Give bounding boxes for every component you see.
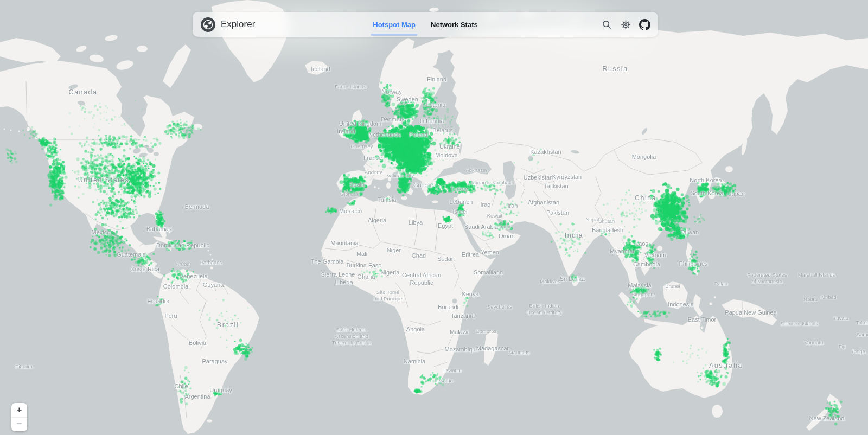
search-icon[interactable] bbox=[601, 18, 612, 30]
brand-name: Explorer bbox=[221, 19, 255, 30]
hotspot-dots-layer bbox=[0, 0, 868, 435]
nav-icon-group bbox=[601, 18, 658, 30]
tab-network-stats[interactable]: Network Stats bbox=[431, 12, 478, 37]
tab-hotspot-map[interactable]: Hotspot Map bbox=[373, 12, 416, 37]
helium-logo-icon bbox=[201, 17, 215, 32]
hotspot-map[interactable]: CanadaUnited StatesMexicoGuatemalaCosta … bbox=[0, 0, 868, 435]
zoom-control: + − bbox=[11, 403, 27, 431]
zoom-out-button[interactable]: − bbox=[11, 418, 27, 432]
top-navbar: Explorer Hotspot Map Network Stats bbox=[193, 12, 658, 37]
brand-home-link[interactable]: Explorer bbox=[193, 17, 255, 32]
zoom-in-button[interactable]: + bbox=[11, 403, 27, 418]
gear-icon[interactable] bbox=[620, 18, 631, 30]
github-icon[interactable] bbox=[639, 18, 650, 30]
nav-tabs: Hotspot Map Network Stats bbox=[373, 12, 477, 37]
